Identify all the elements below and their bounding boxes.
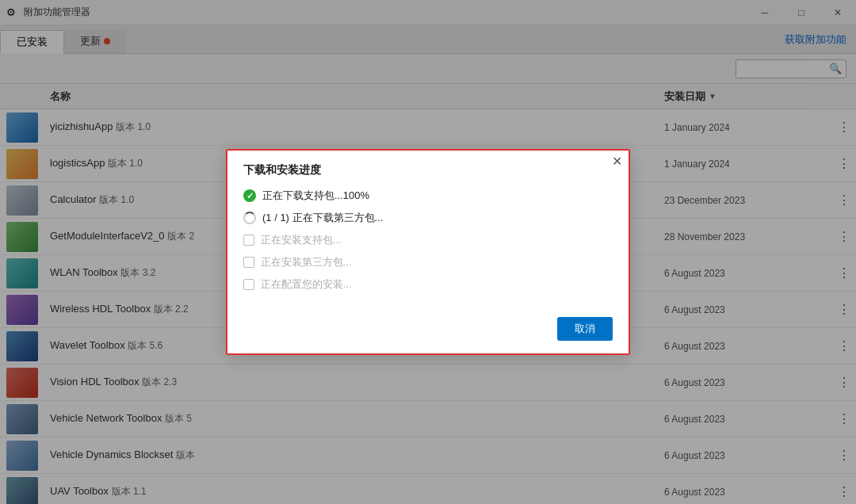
- progress-item: 正在下载支持包...100%: [243, 189, 613, 203]
- pending-icon: [243, 279, 254, 290]
- progress-text: 正在下载支持包...100%: [262, 189, 369, 203]
- modal-footer: 取消: [227, 309, 629, 353]
- modal-body: 正在下载支持包...100%(1 / 1) 正在下载第三方包...正在安装支持包…: [227, 185, 629, 309]
- progress-item: 正在配置您的安装...: [243, 277, 613, 292]
- progress-modal: ✕ 下载和安装进度 正在下载支持包...100%(1 / 1) 正在下载第三方包…: [226, 149, 630, 355]
- progress-text: (1 / 1) 正在下载第三方包...: [262, 211, 383, 225]
- progress-text: 正在配置您的安装...: [261, 277, 352, 292]
- progress-item: (1 / 1) 正在下载第三方包...: [243, 211, 613, 225]
- modal-overlay: ✕ 下载和安装进度 正在下载支持包...100%(1 / 1) 正在下载第三方包…: [0, 0, 856, 504]
- done-icon: [243, 189, 256, 202]
- modal-close-button[interactable]: ✕: [612, 155, 622, 168]
- spinner-icon: [243, 212, 256, 224]
- modal-title: 下载和安装进度: [227, 151, 629, 185]
- pending-icon: [243, 235, 254, 246]
- progress-text: 正在安装支持包...: [261, 233, 342, 247]
- progress-item: 正在安装第三方包...: [243, 255, 613, 269]
- cancel-button[interactable]: 取消: [557, 317, 613, 341]
- progress-text: 正在安装第三方包...: [261, 255, 352, 269]
- progress-item: 正在安装支持包...: [243, 233, 613, 247]
- pending-icon: [243, 257, 254, 268]
